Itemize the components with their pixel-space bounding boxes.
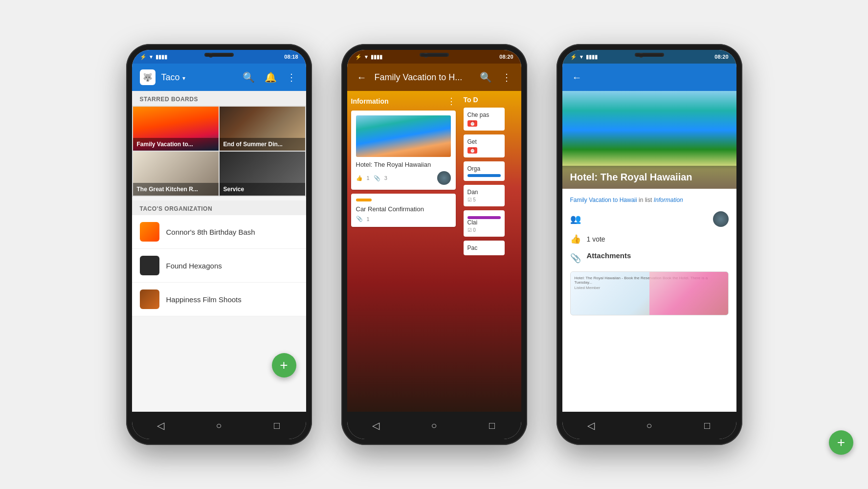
list-header-info: Information ⋮	[351, 96, 456, 107]
list-more-icon[interactable]: ⋮	[447, 96, 456, 107]
back-icon-2[interactable]: ←	[355, 70, 369, 85]
org-item-0[interactable]: Connor's 8th Birthday Bash	[132, 215, 306, 249]
status-bar-1: ⚡ ▾ ▮▮▮▮ 08:18	[132, 50, 306, 64]
partial-card-4[interactable]: Clai ☑ 0	[464, 210, 505, 237]
partial-card-1[interactable]: Get ⏰	[464, 134, 505, 157]
card-detail-body: Family Vacation to Hawaii in list Inform…	[562, 189, 736, 323]
more-vert-icon-2[interactable]: ⋮	[500, 69, 513, 85]
nav-back-2[interactable]: ◁	[369, 419, 383, 432]
like-count-card1: 1	[367, 175, 370, 181]
board-grid: Family Vacation to... End of Summer Din.…	[132, 106, 306, 197]
back-icon-3[interactable]: ←	[570, 70, 584, 85]
partial-card-0[interactable]: Che pas ⏰	[464, 108, 505, 131]
partial-title-4: Clai	[467, 219, 501, 226]
vote-count: 1 vote	[587, 235, 605, 243]
org-section-label: Taco's Organization	[132, 200, 306, 215]
board-thumb-family-vacation[interactable]: Family Vacation to...	[133, 107, 219, 151]
app-title-1[interactable]: Taco ▾	[161, 72, 235, 83]
attachment-icon-card2: 📎	[356, 216, 363, 222]
app-bar-1: 🐺 Taco ▾ 🔍 🔔 ⋮	[132, 64, 306, 91]
partial-title-2: Orga	[467, 165, 501, 172]
partial-card-3[interactable]: Dan ☑ 5	[464, 185, 505, 206]
org-item-1[interactable]: Found Hexagons	[132, 249, 306, 283]
partial-card-5[interactable]: Pac	[464, 241, 505, 255]
org-icon-1	[140, 256, 159, 275]
app-content-1: Starred Boards Family Vacation to... End…	[132, 91, 306, 412]
votes-row: 👍 1 vote	[570, 234, 729, 244]
org-icon-2	[140, 289, 159, 309]
bluetooth-icon-2: ⚡	[355, 54, 362, 60]
search-icon-2[interactable]: 🔍	[478, 69, 494, 85]
phone-3-screen: ⚡ ▾ ▮▮▮▮ 08:20 ← Hotel: The Royal Hawaii…	[562, 50, 736, 439]
nav-back-1[interactable]: ◁	[154, 419, 168, 432]
nav-bar-2: ◁ ○ □	[347, 412, 521, 439]
card-hotel[interactable]: Hotel: The Royal Hawaiian 👍 1 📎 3	[351, 111, 456, 190]
board-thumb-kitchen[interactable]: The Great Kitchen R...	[133, 152, 219, 196]
partial-title-0: Che pas	[467, 111, 501, 118]
list-header-todo: To D	[464, 96, 505, 104]
nav-home-2[interactable]: ○	[427, 419, 441, 432]
clai-count: ☑ 0	[467, 227, 501, 233]
wifi-icon-3: ▾	[580, 54, 583, 60]
phone-3: ⚡ ▾ ▮▮▮▮ 08:20 ← Hotel: The Royal Hawaii…	[556, 44, 742, 445]
attachment-building-bg	[649, 272, 728, 315]
attachment-count-card1: 3	[384, 175, 387, 181]
bluetooth-icon-3: ⚡	[570, 54, 577, 60]
starred-boards-label: Starred Boards	[132, 91, 306, 106]
dropdown-chevron: ▾	[182, 75, 185, 82]
notification-icon[interactable]: 🔔	[263, 69, 279, 85]
card-rental-title: Car Rental Confirmation	[356, 205, 451, 213]
board-content: Information ⋮ Hotel: The Royal Hawaiian …	[347, 91, 521, 412]
attachments-header-row: 📎 Attachments	[570, 251, 729, 265]
attachments-section-title: Attachments	[587, 251, 631, 260]
speaker-indicator-2	[421, 54, 447, 57]
card-hotel-image	[356, 115, 451, 157]
attachment-thumbnail[interactable]: Hotel: The Royal Hawaiian - Book the Res…	[570, 271, 729, 315]
phone-1-screen: ⚡ ▾ ▮▮▮▮ 08:18 🐺 Taco ▾ 🔍 🔔 ⋮ Starred Bo…	[132, 50, 306, 439]
overdue-badge-1: ⏰	[467, 147, 477, 154]
partial-card-2[interactable]: Orga	[464, 161, 505, 181]
org-name-2: Happiness Film Shoots	[166, 295, 242, 304]
people-icon: 👥	[570, 214, 581, 224]
list-title-todo: To D	[464, 96, 478, 104]
org-item-2[interactable]: Happiness Film Shoots	[132, 283, 306, 316]
app-bar-2: ← Family Vacation to H... 🔍 ⋮	[347, 64, 521, 91]
nav-square-1[interactable]: □	[270, 419, 284, 432]
more-vert-icon-1[interactable]: ⋮	[285, 69, 298, 85]
nav-square-3[interactable]: □	[700, 419, 714, 432]
overdue-badge-0: ⏰	[467, 120, 477, 127]
status-bar-2: ⚡ ▾ ▮▮▮▮ 08:20	[347, 50, 521, 64]
status-bar-3: ⚡ ▾ ▮▮▮▮ 08:20	[562, 50, 736, 64]
board-label-family-vacation: Family Vacation to...	[133, 138, 219, 151]
nav-square-2[interactable]: □	[485, 419, 499, 432]
member-avatar[interactable]	[713, 211, 729, 227]
nav-home-1[interactable]: ○	[212, 419, 225, 432]
nav-back-3[interactable]: ◁	[584, 419, 598, 432]
partial-title-1: Get	[467, 138, 501, 145]
search-icon-1[interactable]: 🔍	[241, 69, 257, 85]
card-detail-title: Hotel: The Royal Hawaiian	[562, 166, 736, 189]
org-name-0: Connor's 8th Birthday Bash	[166, 228, 255, 236]
board-name-link[interactable]: Family Vacation to Hawaii	[570, 197, 637, 203]
signal-icon: ▮▮▮▮	[156, 54, 167, 60]
nav-home-3[interactable]: ○	[642, 419, 656, 432]
board-title-2: Family Vacation to H...	[375, 72, 472, 83]
org-list: Connor's 8th Birthday Bash Found Hexagon…	[132, 215, 306, 316]
attachment-icon-card1: 📎	[374, 175, 380, 181]
fab-add-button[interactable]: +	[272, 353, 296, 378]
card-detail-content: Hotel: The Royal Hawaiian Family Vacatio…	[562, 91, 736, 412]
board-thumb-service[interactable]: Service	[220, 152, 305, 196]
dan-count: ☑ 5	[467, 197, 501, 202]
paperclip-icon: 📎	[570, 253, 581, 264]
board-label-end-of-summer: End of Summer Din...	[220, 138, 305, 151]
speaker-indicator-3	[636, 54, 663, 57]
speaker-indicator	[205, 54, 232, 57]
card-car-rental[interactable]: Car Rental Confirmation 📎 1	[351, 194, 456, 227]
board-thumb-end-of-summer[interactable]: End of Summer Din...	[220, 107, 305, 151]
card-avatar-hotel	[437, 171, 451, 185]
like-icon-card1: 👍	[356, 175, 363, 181]
blue-progress-bar	[467, 174, 501, 177]
list-name-link[interactable]: Information	[654, 197, 683, 203]
attachment-count-card2: 1	[367, 216, 370, 222]
partial-title-5: Pac	[467, 244, 501, 251]
